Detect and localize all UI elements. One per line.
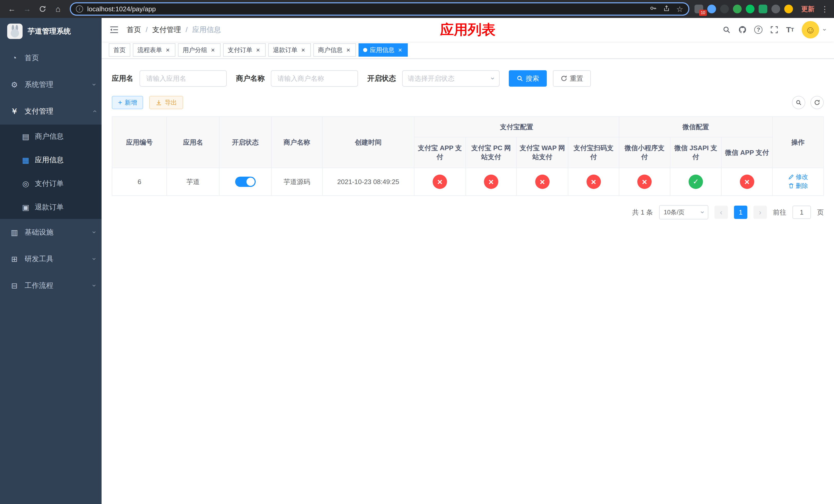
tab-app-info[interactable]: 应用信息: [358, 43, 408, 56]
bookmark-star-icon[interactable]: [676, 5, 683, 14]
page-size-select[interactable]: 10条/页: [659, 205, 708, 220]
sidebar-toggle-icon[interactable]: [110, 26, 118, 33]
page-info-icon[interactable]: [76, 5, 83, 13]
status-toggle[interactable]: [235, 177, 256, 187]
emoji-avatar-icon[interactable]: [784, 5, 793, 13]
close-icon[interactable]: [210, 47, 216, 53]
sidebar-item-label: 商户信息: [35, 132, 102, 141]
browser-home-icon[interactable]: [51, 2, 65, 16]
tab-user-group[interactable]: 用户分组: [178, 43, 221, 56]
sidebar-item-payment-orders[interactable]: 支付订单: [0, 172, 102, 196]
breadcrumb-current: 应用信息: [192, 25, 221, 35]
browser-back-icon[interactable]: [5, 2, 19, 16]
next-page-button[interactable]: [753, 206, 767, 219]
sidebar-item-infrastructure[interactable]: 基础设施: [0, 219, 102, 246]
goto-page-input[interactable]: [792, 206, 811, 219]
column-header-alipay-app: 支付宝 APP 支付: [414, 137, 466, 168]
sidebar-item-workflow[interactable]: 工作流程: [0, 272, 102, 299]
extensions-puzzle-icon[interactable]: [771, 5, 780, 13]
browser-chrome: localhost:1024/pay/app 10 更新: [0, 0, 834, 18]
download-icon: [155, 99, 162, 106]
yen-icon: [9, 106, 20, 117]
browser-address-bar[interactable]: localhost:1024/pay/app: [70, 2, 689, 16]
sidebar-item-payment[interactable]: 支付管理: [0, 98, 102, 124]
browser-reload-icon[interactable]: [36, 2, 49, 16]
help-icon[interactable]: [754, 26, 763, 34]
table-row: 6 芋道 芋道源码 2021-10-23 08:49:25: [112, 168, 824, 196]
search-icon[interactable]: [722, 26, 731, 34]
chevron-down-icon[interactable]: [824, 26, 826, 33]
font-size-icon[interactable]: [786, 25, 794, 34]
tab-label: 首页: [113, 46, 126, 54]
browser-menu-icon[interactable]: [821, 5, 829, 14]
app-logo[interactable]: 芋道管理系统: [0, 18, 102, 45]
extension-icon[interactable]: [720, 5, 729, 13]
column-header-alipay-pc: 支付宝 PC 网站支付: [466, 137, 517, 168]
refresh-table-button[interactable]: [810, 96, 824, 109]
close-icon[interactable]: [164, 47, 171, 53]
sidebar-item-dev-tools[interactable]: 研发工具: [0, 246, 102, 272]
sidebar-item-system[interactable]: 系统管理: [0, 71, 102, 98]
breadcrumb: 首页 / 支付管理 / 应用信息: [127, 25, 221, 35]
edit-button[interactable]: 修改: [788, 173, 808, 181]
extension-icon[interactable]: [707, 5, 716, 13]
tab-home[interactable]: 首页: [109, 43, 130, 56]
delete-button-label: 删除: [796, 182, 808, 190]
column-header-wechat-jsapi: 微信 JSAPI 支付: [670, 137, 722, 168]
profile-avatar-icon[interactable]: [733, 5, 742, 13]
prev-page-button[interactable]: [715, 206, 728, 219]
reset-button[interactable]: 重置: [553, 70, 591, 87]
export-button[interactable]: 导出: [149, 96, 183, 109]
browser-nav-buttons: [5, 2, 65, 16]
reset-button-label: 重置: [570, 74, 583, 83]
fullscreen-icon[interactable]: [770, 26, 778, 34]
sidebar-item-merchant-info[interactable]: 商户信息: [0, 124, 102, 148]
sidebar-item-app-info[interactable]: 应用信息: [0, 148, 102, 172]
sidebar-item-refund-orders[interactable]: 退款订单: [0, 196, 102, 219]
workflow-icon: [9, 281, 20, 290]
password-key-icon[interactable]: [650, 5, 657, 14]
search-button[interactable]: 搜索: [509, 70, 547, 87]
refresh-icon: [814, 99, 820, 106]
tab-merchant-info[interactable]: 商户信息: [313, 43, 356, 56]
column-header-id: 应用编号: [112, 117, 167, 168]
extension-icon[interactable]: [746, 5, 754, 13]
refund-icon: [21, 203, 31, 212]
close-icon[interactable]: [345, 47, 351, 53]
status-field: 开启状态 请选择开启状态: [367, 70, 500, 87]
share-icon[interactable]: [663, 5, 670, 14]
close-icon[interactable]: [300, 47, 306, 53]
close-icon[interactable]: [397, 47, 403, 53]
browser-forward-icon[interactable]: [21, 2, 34, 16]
tab-payment-orders[interactable]: 支付订单: [223, 43, 266, 56]
chevron-down-icon: [93, 281, 95, 290]
tab-process-form[interactable]: 流程表单: [133, 43, 175, 56]
column-header-name: 应用名: [167, 117, 219, 168]
app-icon: [21, 156, 31, 165]
delete-button[interactable]: 删除: [788, 182, 808, 190]
github-icon[interactable]: [738, 26, 747, 34]
dashboard-icon: [9, 53, 20, 62]
browser-update-button[interactable]: 更新: [801, 5, 814, 14]
extension-icon[interactable]: 10: [695, 5, 703, 13]
breadcrumb-home[interactable]: 首页: [127, 25, 141, 35]
infrastructure-icon: [9, 228, 20, 237]
tab-refund-orders[interactable]: 退款订单: [268, 43, 311, 56]
page-number-button[interactable]: 1: [734, 206, 747, 219]
plus-icon: [118, 99, 122, 107]
column-header-merchant: 商户名称: [271, 117, 322, 168]
avatar[interactable]: [802, 21, 819, 39]
app-name-input[interactable]: [139, 70, 227, 87]
toggle-search-button[interactable]: [792, 96, 805, 109]
merchant-name-input[interactable]: [271, 70, 358, 87]
cell-actions: 修改 删除: [772, 168, 824, 196]
export-button-label: 导出: [164, 98, 177, 107]
breadcrumb-payment[interactable]: 支付管理: [152, 25, 181, 35]
status-select[interactable]: 请选择开启状态: [402, 70, 500, 87]
extension-icon[interactable]: [759, 5, 767, 13]
close-icon[interactable]: [255, 47, 261, 53]
add-button[interactable]: 新增: [112, 96, 143, 109]
wechat-jsapi-status-icon: [688, 175, 703, 189]
sidebar-item-home[interactable]: 首页: [0, 45, 102, 71]
cell-status: [219, 168, 271, 196]
